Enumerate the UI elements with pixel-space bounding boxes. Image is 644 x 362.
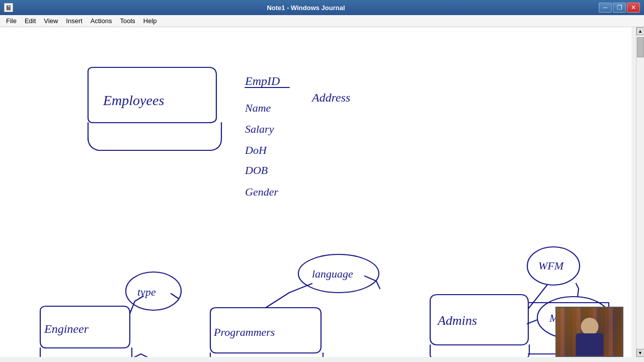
svg-text:Address: Address [311, 91, 350, 104]
titlebar-controls: ─ ❐ ✕ [599, 3, 640, 13]
svg-text:Engineer: Engineer [44, 322, 89, 335]
svg-text:Salary: Salary [245, 123, 274, 135]
titlebar: 📓 Note1 - Windows Journal ─ ❐ ✕ [0, 0, 644, 15]
svg-text:Name: Name [245, 102, 271, 114]
titlebar-title: Note1 - Windows Journal [13, 4, 599, 12]
close-button[interactable]: ✕ [627, 3, 640, 13]
svg-text:language: language [312, 267, 353, 280]
svg-text:DOB: DOB [245, 164, 268, 176]
canvas-area[interactable]: .hw { stroke: #1a1a8a; stroke-width: 2.2… [0, 27, 631, 357]
menubar: File Edit View Insert Actions Tools Help [0, 15, 644, 27]
svg-text:EmpID: EmpID [245, 74, 280, 87]
person-head [581, 318, 598, 335]
menu-file[interactable]: File [2, 15, 21, 27]
scrollbar-right[interactable]: ▲ ▼ [636, 27, 644, 357]
svg-text:Programmers: Programmers [213, 326, 275, 338]
scroll-up-button[interactable]: ▲ [636, 27, 645, 35]
menu-insert[interactable]: Insert [62, 15, 87, 27]
restore-button[interactable]: ❐ [613, 3, 626, 13]
svg-text:Gender: Gender [245, 186, 278, 198]
svg-text:WFM: WFM [538, 259, 565, 272]
scroll-thumb[interactable] [637, 37, 644, 57]
scroll-down-button[interactable]: ▼ [636, 349, 645, 357]
titlebar-left: 📓 [4, 3, 13, 12]
menu-edit[interactable]: Edit [21, 15, 40, 27]
menu-tools[interactable]: Tools [116, 15, 139, 27]
menu-view[interactable]: View [40, 15, 62, 27]
svg-text:Employees: Employees [103, 93, 164, 108]
menu-actions[interactable]: Actions [87, 15, 116, 27]
drawing-canvas[interactable]: .hw { stroke: #1a1a8a; stroke-width: 2.2… [0, 27, 631, 357]
svg-text:DoH: DoH [245, 144, 267, 156]
menu-help[interactable]: Help [139, 15, 161, 27]
webcam-feed [556, 308, 622, 356]
svg-text:type: type [137, 286, 156, 298]
svg-text:Admins: Admins [437, 313, 477, 328]
main-layout: .hw { stroke: #1a1a8a; stroke-width: 2.2… [0, 27, 644, 357]
app-icon: 📓 [4, 3, 13, 12]
person-body [576, 333, 603, 356]
webcam-overlay [555, 307, 623, 357]
minimize-button[interactable]: ─ [599, 3, 612, 13]
